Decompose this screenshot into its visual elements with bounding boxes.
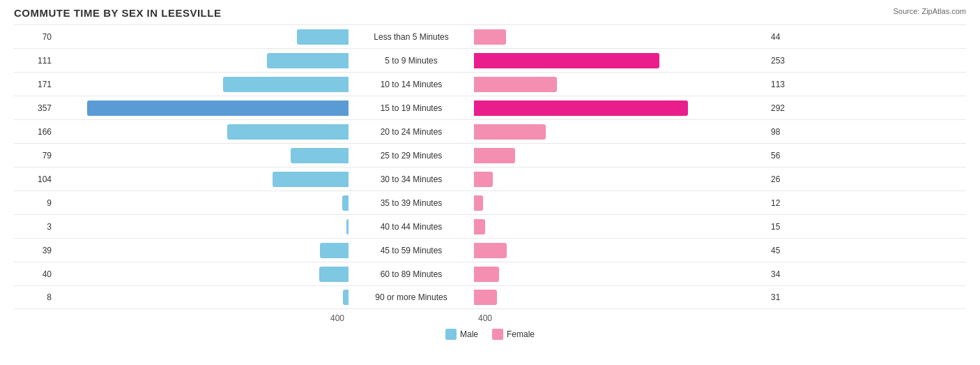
male-value: 40 bbox=[14, 269, 56, 279]
male-bar bbox=[342, 195, 349, 211]
male-bar bbox=[291, 148, 349, 163]
bar-row: 935 to 39 Minutes12 bbox=[14, 191, 966, 214]
female-color-box bbox=[492, 329, 503, 340]
axis-right-label: 400 bbox=[474, 313, 809, 323]
male-value: 166 bbox=[14, 127, 56, 137]
axis-row: 400 400 bbox=[14, 313, 966, 323]
female-value: 98 bbox=[767, 127, 809, 137]
male-value: 357 bbox=[14, 103, 56, 113]
row-label: 90 or more Minutes bbox=[349, 292, 474, 302]
male-bar bbox=[297, 29, 349, 45]
female-value: 31 bbox=[767, 292, 809, 302]
row-label: 60 to 89 Minutes bbox=[349, 269, 474, 279]
female-bar bbox=[474, 267, 499, 282]
bar-row: 890 or more Minutes31 bbox=[14, 285, 966, 309]
male-bar bbox=[267, 53, 349, 68]
bar-row: 70Less than 5 Minutes44 bbox=[14, 24, 966, 48]
bar-row: 7925 to 29 Minutes56 bbox=[14, 143, 966, 167]
female-bar bbox=[474, 53, 659, 68]
female-bar bbox=[474, 124, 546, 140]
bar-row: 17110 to 14 Minutes113 bbox=[14, 72, 966, 96]
female-bar bbox=[474, 195, 483, 211]
bar-row: 4060 to 89 Minutes34 bbox=[14, 262, 966, 285]
female-value: 26 bbox=[767, 174, 809, 184]
female-value: 45 bbox=[767, 246, 809, 255]
male-bar bbox=[273, 172, 349, 187]
row-label: 15 to 19 Minutes bbox=[349, 103, 474, 113]
legend-male: Male bbox=[445, 329, 478, 340]
male-value: 9 bbox=[14, 198, 56, 208]
female-label: Female bbox=[507, 329, 535, 339]
female-bar bbox=[474, 243, 507, 258]
male-bar bbox=[319, 267, 349, 282]
bar-row: 340 to 44 Minutes15 bbox=[14, 214, 966, 238]
female-bar bbox=[474, 148, 515, 163]
row-label: Less than 5 Minutes bbox=[349, 32, 474, 42]
row-label: 40 to 44 Minutes bbox=[349, 222, 474, 232]
bar-row: 1115 to 9 Minutes253 bbox=[14, 48, 966, 72]
bar-row: 3945 to 59 Minutes45 bbox=[14, 238, 966, 262]
female-bar bbox=[474, 29, 506, 45]
female-value: 56 bbox=[767, 151, 809, 161]
male-value: 70 bbox=[14, 32, 56, 42]
rows-area: 70Less than 5 Minutes441115 to 9 Minutes… bbox=[14, 24, 966, 309]
male-value: 39 bbox=[14, 246, 56, 255]
female-bar bbox=[474, 219, 485, 234]
male-bar bbox=[87, 100, 349, 116]
female-value: 292 bbox=[767, 103, 809, 113]
row-label: 25 to 29 Minutes bbox=[349, 151, 474, 161]
female-bar bbox=[474, 100, 688, 116]
male-color-box bbox=[445, 329, 457, 340]
male-value: 8 bbox=[14, 292, 56, 302]
male-bar bbox=[320, 243, 349, 258]
female-value: 15 bbox=[767, 222, 809, 232]
row-label: 30 to 34 Minutes bbox=[349, 174, 474, 184]
female-bar bbox=[474, 77, 557, 92]
row-label: 10 to 14 Minutes bbox=[349, 80, 474, 89]
legend: Male Female bbox=[14, 329, 966, 340]
male-value: 111 bbox=[14, 56, 56, 66]
female-value: 12 bbox=[767, 198, 809, 208]
female-value: 253 bbox=[767, 56, 809, 66]
source-label: Source: ZipAtlas.com bbox=[893, 7, 966, 15]
female-bar bbox=[474, 172, 493, 187]
chart-container: COMMUTE TIME BY SEX IN LEESVILLE Source:… bbox=[0, 0, 980, 365]
female-value: 113 bbox=[767, 80, 809, 89]
male-value: 104 bbox=[14, 174, 56, 184]
row-label: 5 to 9 Minutes bbox=[349, 56, 474, 66]
male-value: 79 bbox=[14, 151, 56, 161]
axis-left-label: 400 bbox=[14, 313, 349, 323]
female-value: 44 bbox=[767, 32, 809, 42]
row-label: 35 to 39 Minutes bbox=[349, 198, 474, 208]
male-bar bbox=[227, 124, 349, 140]
chart-title: COMMUTE TIME BY SEX IN LEESVILLE bbox=[14, 7, 966, 19]
male-bar bbox=[223, 77, 349, 92]
male-bar bbox=[343, 290, 349, 305]
female-value: 34 bbox=[767, 269, 809, 279]
row-label: 45 to 59 Minutes bbox=[349, 246, 474, 255]
male-value: 171 bbox=[14, 80, 56, 89]
female-bar bbox=[474, 290, 497, 305]
bar-row: 10430 to 34 Minutes26 bbox=[14, 167, 966, 191]
legend-female: Female bbox=[492, 329, 535, 340]
row-label: 20 to 24 Minutes bbox=[349, 127, 474, 137]
male-label: Male bbox=[460, 329, 478, 339]
male-value: 3 bbox=[14, 222, 56, 232]
bar-row: 16620 to 24 Minutes98 bbox=[14, 119, 966, 143]
bar-row: 35715 to 19 Minutes292 bbox=[14, 96, 966, 119]
